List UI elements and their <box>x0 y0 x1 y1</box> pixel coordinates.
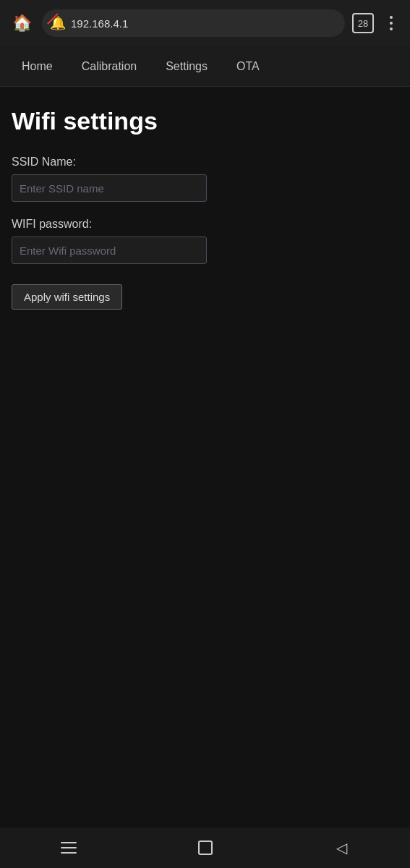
password-input[interactable] <box>12 237 207 264</box>
browser-home-button[interactable]: 🏠 <box>9 10 35 36</box>
tab-home[interactable]: Home <box>7 46 67 86</box>
password-group: WIFI password: <box>12 218 398 274</box>
url-text: 192.168.4.1 <box>71 17 128 30</box>
url-bar[interactable]: 🔔 192.168.4.1 <box>42 9 345 37</box>
browser-bar: 🏠 🔔 192.168.4.1 28 <box>0 0 410 46</box>
android-menu-button[interactable] <box>53 832 85 864</box>
browser-menu-button[interactable] <box>381 13 401 33</box>
tab-calibration[interactable]: Calibration <box>67 46 151 86</box>
android-nav-bar: ◁ <box>0 827 410 868</box>
tab-count-badge[interactable]: 28 <box>352 13 374 33</box>
no-lock-icon: 🔔 <box>51 16 65 30</box>
apply-wifi-button[interactable]: Apply wifi settings <box>12 284 122 310</box>
ssid-input[interactable] <box>12 174 207 202</box>
nav-tabs: Home Calibration Settings OTA <box>0 46 410 87</box>
ssid-group: SSID Name: <box>12 156 398 212</box>
password-label: WIFI password: <box>12 218 398 231</box>
android-home-button[interactable] <box>189 832 221 864</box>
tab-settings[interactable]: Settings <box>151 46 222 86</box>
android-back-button[interactable]: ◁ <box>326 832 358 864</box>
ssid-label: SSID Name: <box>12 156 398 169</box>
tab-ota[interactable]: OTA <box>222 46 274 86</box>
page-title: Wifi settings <box>12 107 398 135</box>
main-content: Wifi settings SSID Name: WIFI password: … <box>0 87 410 827</box>
